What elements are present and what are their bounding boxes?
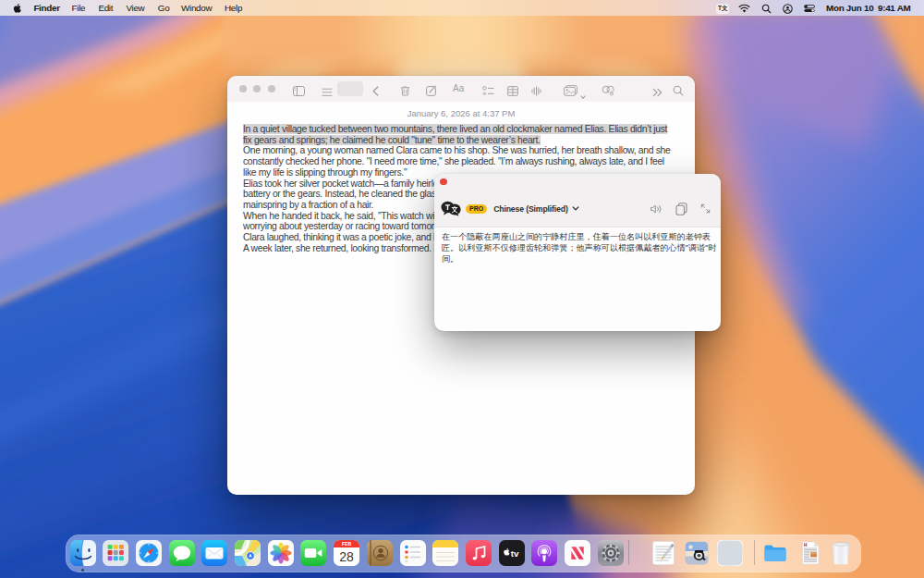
svg-text:tv: tv [510,548,518,559]
svg-text:28: 28 [339,549,354,564]
svg-text:FEB: FEB [342,541,351,547]
svg-text:H: H [804,542,807,547]
